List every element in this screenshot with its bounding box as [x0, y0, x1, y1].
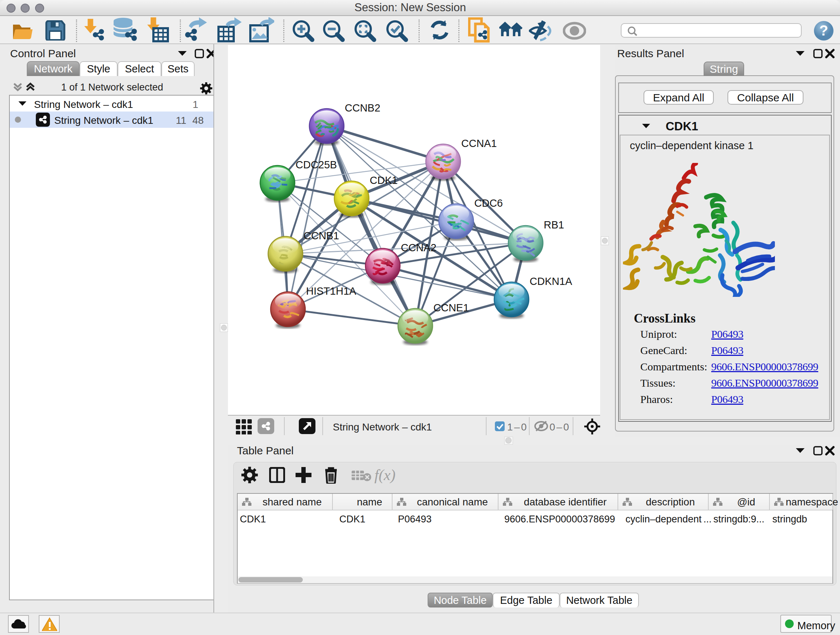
svg-text:CDK1: CDK1 — [370, 174, 398, 186]
svg-text:CCNB2: CCNB2 — [345, 102, 380, 114]
svg-text:CCNA1: CCNA1 — [461, 138, 497, 149]
svg-text:CCNE1: CCNE1 — [433, 302, 469, 314]
svg-text:CCNA2: CCNA2 — [401, 242, 436, 253]
svg-text:CDC6: CDC6 — [474, 197, 503, 209]
svg-text:CDC25B: CDC25B — [295, 159, 337, 171]
svg-text:CCNB1: CCNB1 — [303, 230, 339, 241]
svg-text:RB1: RB1 — [544, 219, 564, 231]
svg-text:HIST1H1A: HIST1H1A — [306, 285, 356, 297]
svg-text:?: ? — [819, 22, 828, 38]
svg-text:CDKN1A: CDKN1A — [530, 276, 572, 287]
